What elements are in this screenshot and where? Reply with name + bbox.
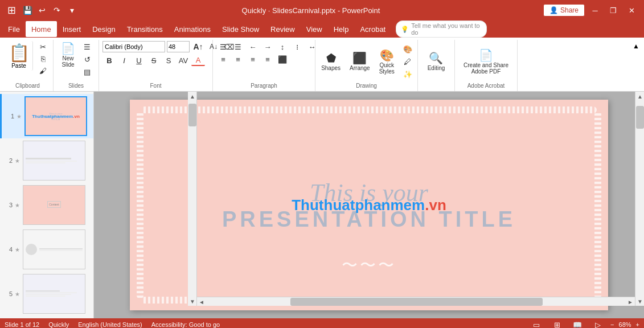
layout-button[interactable]: ☰ [80,41,94,52]
slide-main-text[interactable]: This is your Presentation Title [222,178,516,232]
tell-me-icon: 💡 [401,26,409,33]
italic-button[interactable]: I [117,55,131,66]
menu-acrobat[interactable]: Acrobat [354,21,391,37]
scroll-down-left[interactable]: ▼ [188,297,197,306]
view-slide-sorter-button[interactable]: ⊞ [549,317,565,328]
slide-item-5[interactable]: 5 ★ [0,272,93,316]
share-label: Share [560,6,579,14]
slide-thumb-3: Content [23,185,85,225]
editing-button[interactable]: 🔍 Editing [425,51,448,73]
increase-font-button[interactable]: A↑ [191,41,205,52]
char-spacing-button[interactable]: AV [177,55,190,66]
slide-item-2[interactable]: 2 ★ [0,138,93,183]
undo-qa-btn[interactable]: ↩ [35,3,49,17]
redo-qa-btn[interactable]: ↷ [50,3,64,17]
shadow-button[interactable]: S [162,55,175,66]
slide-item-3[interactable]: 3 ★ Content [0,183,93,227]
tell-me-placeholder: Tell me what you want to do [411,22,482,36]
slide-thumb-1: This is your PRESENTATION TITLE Thuthuat… [24,96,87,136]
menu-transitions[interactable]: Transitions [121,21,169,37]
scroll-up-right[interactable]: ▲ [635,92,644,101]
slides-panel: 1 ★ This is your PRESENTATION TITLE Thut… [0,92,94,318]
customize-qa-btn[interactable]: ▾ [65,3,79,17]
decrease-indent-button[interactable]: ← [246,41,260,52]
paragraph-label: Paragraph [216,83,311,90]
quick-styles-button[interactable]: 🎨 QuickStyles [376,48,397,76]
ribbon-adobe-group: 📄 Create and ShareAdobe PDF Adobe Acroba… [455,40,518,91]
bold-button[interactable]: B [102,55,116,66]
view-reading-button[interactable]: 📖 [569,317,585,328]
scroll-up-left[interactable]: ▲ [188,92,197,101]
underline-button[interactable]: U [132,55,146,66]
strikethrough-button[interactable]: S [147,55,161,66]
slide-title-line1: This is your [222,178,516,207]
view-normal-button[interactable]: ▭ [528,317,544,328]
main-area: 1 ★ This is your PRESENTATION TITLE Thut… [0,92,644,318]
copy-button[interactable]: ⎘ [36,53,50,64]
save-qa-btn[interactable]: 💾 [20,3,34,17]
smartart-button[interactable]: ⬛ [276,54,289,65]
font-color-button[interactable]: A [191,55,205,66]
slide-star-1: ★ [17,113,22,120]
tell-me-box[interactable]: 💡 Tell me what you want to do [396,20,487,38]
squiggle-right [594,111,601,299]
zoom-level: 68% [619,321,631,328]
align-left-button[interactable]: ≡ [216,54,230,65]
status-bar: Slide 1 of 12 Quickly English (United St… [0,318,644,328]
paste-button[interactable]: 📋 Paste [6,41,33,71]
view-present-button[interactable]: ▷ [590,317,606,328]
menu-animations[interactable]: Animations [169,21,216,37]
scroll-down-right[interactable]: ▼ [635,297,644,306]
scroll-right[interactable]: ► [626,297,635,306]
menu-home[interactable]: Home [26,21,57,37]
menu-file[interactable]: File [2,21,26,37]
numbering-button[interactable]: ☰ [231,41,245,52]
squiggle-center: 〜〜〜 [342,255,396,276]
language-info: English (United States) [78,321,142,328]
menu-review[interactable]: Review [265,21,301,37]
shape-fill-button[interactable]: 🎨 [401,44,415,55]
font-name-input[interactable] [102,41,165,52]
section-button[interactable]: ▤ [80,66,94,77]
align-right-button[interactable]: ≡ [246,54,260,65]
restore-button[interactable]: ❐ [605,2,621,18]
menu-insert[interactable]: Insert [57,21,87,37]
close-button[interactable]: ✕ [624,2,639,18]
slide-thumb-5 [23,274,85,314]
columns-button[interactable]: ⫶ [290,41,304,52]
shape-effects-button[interactable]: ✨ [401,69,415,80]
slide-item-1[interactable]: 1 ★ This is your PRESENTATION TITLE Thut… [0,94,93,138]
arrange-button[interactable]: ⬛ Arrange [347,51,373,73]
new-slide-button[interactable]: 📄 NewSlide [58,41,78,69]
collapse-ribbon-button[interactable]: ▲ [630,40,642,91]
zoom-in-button[interactable]: + [636,321,639,328]
theme-info: Quickly [48,321,69,328]
shape-outline-button[interactable]: 🖊 [401,56,415,68]
align-center-button[interactable]: ≡ [231,54,245,65]
line-spacing-button[interactable]: ↕ [276,41,289,52]
shapes-button[interactable]: ⬟ Shapes [318,51,343,73]
minimize-button[interactable]: ─ [587,2,603,18]
scroll-left[interactable]: ◄ [197,297,206,306]
reset-button[interactable]: ↺ [80,54,94,65]
menu-design[interactable]: Design [87,21,121,37]
font-size-input[interactable] [167,41,190,52]
menu-view[interactable]: View [301,21,328,37]
slide-thumb-4 [23,229,85,269]
menu-bar: File Home Insert Design Transitions Anim… [0,20,644,38]
create-pdf-button[interactable]: 📄 Create and ShareAdobe PDF [461,48,511,76]
slide-item-4[interactable]: 4 ★ [0,227,93,272]
slide-star-2: ★ [15,158,20,164]
cut-button[interactable]: ✂ [36,41,50,52]
menu-slideshow[interactable]: Slide Show [216,21,265,37]
slide-thumb-2 [23,141,85,181]
share-button[interactable]: 👤 Share [543,4,585,17]
justify-button[interactable]: ≡ [261,54,274,65]
ribbon-font-group: A↑ A↓ ⌫ B I U S S AV A Font [99,40,213,91]
bullets-button[interactable]: ☰ [216,41,230,52]
increase-indent-button[interactable]: → [261,41,274,52]
menu-help[interactable]: Help [328,21,355,37]
format-painter-button[interactable]: 🖌 [36,65,50,76]
zoom-out-button[interactable]: − [610,321,614,328]
slide-num-5: 5 [5,290,13,297]
